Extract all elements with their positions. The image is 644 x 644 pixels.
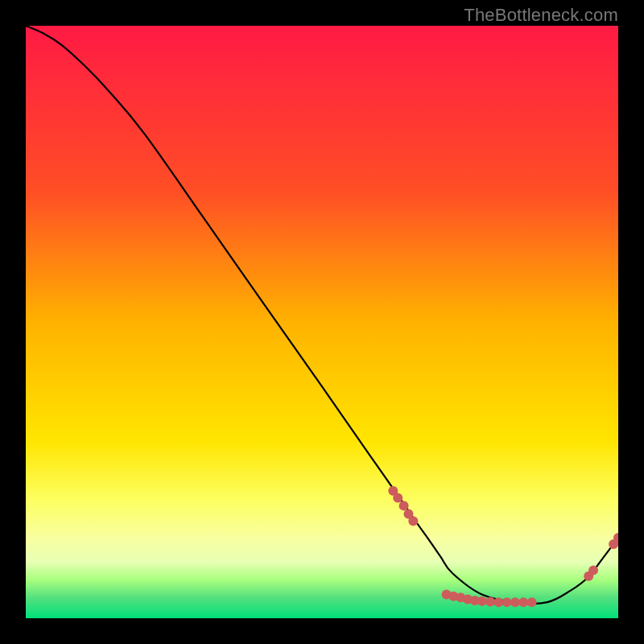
chart-curve-layer bbox=[26, 26, 618, 618]
data-point-marker bbox=[502, 597, 512, 607]
plot-area bbox=[26, 26, 618, 618]
data-point-marker bbox=[493, 597, 503, 607]
data-point-marker bbox=[408, 516, 418, 526]
data-point-marker bbox=[588, 565, 598, 575]
data-point-marker bbox=[527, 597, 537, 607]
data-point-marker bbox=[518, 597, 528, 607]
watermark-text: TheBottleneck.com bbox=[464, 5, 618, 26]
data-point-marker bbox=[510, 597, 520, 607]
data-point-marker bbox=[393, 493, 402, 503]
figure-stage: TheBottleneck.com bbox=[0, 0, 644, 644]
data-point-marker bbox=[477, 597, 487, 606]
bottleneck-curve bbox=[26, 26, 618, 604]
data-point-marker bbox=[399, 501, 409, 510]
data-point-marker bbox=[485, 597, 495, 606]
